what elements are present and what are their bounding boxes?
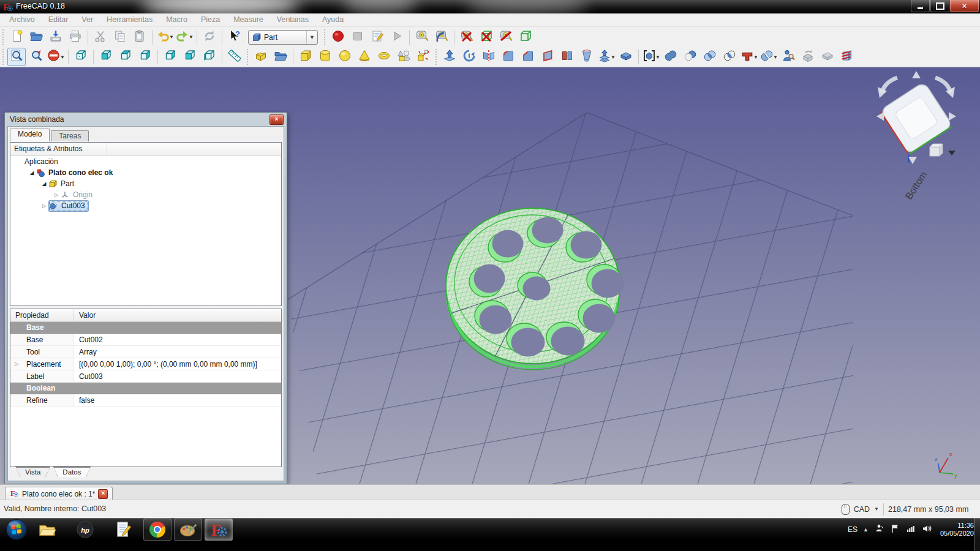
document-tab[interactable]: F Plato cono elec ok : 1* × [5, 487, 113, 501]
macro-edit-button[interactable] [368, 28, 386, 47]
toolbar-grip[interactable] [2, 29, 5, 45]
union-button[interactable] [662, 48, 680, 66]
clock[interactable]: 11:36 05/05/2020 [940, 522, 974, 538]
fillet-button[interactable] [499, 48, 518, 66]
tab-modelo[interactable]: Modelo [10, 129, 50, 141]
tree-item-aplicaci-n[interactable]: Aplicación [10, 156, 281, 167]
property-expander-icon[interactable]: ▷ [15, 361, 18, 367]
undo-button[interactable]: ▼ [156, 28, 174, 47]
draw-style-button[interactable]: ▼ [47, 48, 65, 66]
view-left-button[interactable] [200, 48, 219, 66]
macro-execute-button[interactable] [388, 28, 406, 47]
cut-button[interactable] [91, 28, 110, 47]
sweep-button[interactable]: ▼ [597, 48, 616, 66]
menu-editar[interactable]: Editar [42, 13, 75, 26]
property-row-base[interactable]: BaseCut002 [10, 334, 281, 346]
start-button[interactable] [5, 518, 28, 541]
fit-selection-button[interactable] [27, 48, 45, 66]
property-row-label[interactable]: LabelCut003 [10, 370, 281, 383]
join-features-button[interactable]: ▼ [740, 48, 758, 66]
combined-view-panel[interactable]: Vista combinada × Modelo Tareas Etiqueta… [5, 113, 287, 484]
document-tab-close-button[interactable]: × [98, 489, 108, 499]
toolbar-grip[interactable] [2, 49, 5, 65]
freecad-taskbar-button[interactable]: F [205, 519, 233, 541]
nav-style-dropdown-icon[interactable]: ▼ [874, 506, 879, 512]
macro-record-button[interactable] [329, 28, 347, 47]
workbench-selector[interactable]: Part▼ [248, 30, 318, 45]
paste-button[interactable] [130, 28, 149, 47]
create-primitives-button[interactable] [394, 48, 413, 66]
menu-herramientas[interactable]: Herramientas [100, 13, 159, 26]
model-tree[interactable]: Etiquetas & Atributos Aplicación◢Plato c… [10, 142, 282, 306]
new-document-button[interactable] [7, 28, 26, 47]
show-desktop-button[interactable] [974, 518, 980, 551]
toolbar-grip[interactable] [246, 49, 249, 65]
measure-toggle-3d-button[interactable] [497, 28, 515, 47]
primitive-cone-button[interactable] [355, 48, 374, 66]
property-row-refine[interactable]: Refinefalse [10, 394, 281, 407]
tree-expander-icon[interactable]: ◢ [28, 170, 36, 176]
action-center-flag-icon[interactable] [890, 523, 900, 536]
primitive-cylinder-button[interactable] [316, 48, 334, 66]
toolbar-grip[interactable] [435, 49, 438, 65]
measure-linear-button[interactable] [413, 28, 431, 47]
panel-close-button[interactable]: × [270, 114, 284, 125]
redo-button[interactable]: ▼ [175, 28, 194, 47]
macro-stop-button[interactable] [349, 28, 367, 47]
measure-clear-all-button[interactable] [458, 28, 476, 47]
view-right-button[interactable] [136, 48, 154, 66]
network-status-icon[interactable] [874, 523, 884, 536]
tab-tareas[interactable]: Tareas [51, 130, 89, 141]
mirror-button[interactable] [480, 48, 498, 66]
primitive-sphere-button[interactable] [336, 48, 354, 66]
tree-expander-icon[interactable]: ▷ [40, 203, 48, 209]
tree-item-origin[interactable]: ▷Origin [10, 189, 281, 200]
menu-archivo[interactable]: Archivo [2, 13, 42, 26]
measure-toggle-dimensions-button[interactable] [516, 28, 535, 47]
menu-ver[interactable]: Ver [75, 13, 100, 26]
volume-icon[interactable] [922, 523, 932, 536]
fit-all-button[interactable] [7, 48, 26, 66]
property-editor[interactable]: Propiedad Valor BaseBaseCut002ToolArray▷… [10, 309, 282, 467]
view-front-button[interactable] [97, 48, 115, 66]
tree-expander-icon[interactable]: ▷ [52, 192, 61, 198]
cut-boolean-button[interactable] [681, 48, 699, 66]
primitive-box-button[interactable] [296, 48, 315, 66]
menu-pieza[interactable]: Pieza [194, 13, 227, 26]
chamfer-button[interactable] [519, 48, 537, 66]
print-button[interactable] [66, 28, 85, 47]
section-button[interactable] [720, 48, 739, 66]
defeaturing-button[interactable] [799, 48, 817, 66]
tree-item-cut003[interactable]: ▷Cut003 [10, 200, 281, 211]
measure-toggle-all-button[interactable] [477, 28, 496, 47]
hp-app-taskbar-button[interactable]: hp [75, 519, 96, 540]
hidden-icons-chevron-icon[interactable]: ▲ [863, 527, 869, 533]
split-features-button[interactable]: ▼ [760, 48, 778, 66]
open-document-button[interactable] [27, 28, 45, 47]
menu-ayuda[interactable]: Ayuda [315, 13, 350, 26]
part-solid-button[interactable] [252, 48, 270, 66]
menu-macro[interactable]: Macro [159, 13, 194, 26]
tab-vista[interactable]: Vista [15, 466, 50, 477]
thickness-button[interactable] [818, 48, 837, 66]
view-top-button[interactable] [116, 48, 135, 66]
minimize-button[interactable] [911, 0, 930, 12]
save-document-button[interactable] [47, 28, 65, 47]
maximize-button[interactable] [930, 0, 949, 12]
copy-button[interactable] [111, 28, 129, 47]
measure-angular-button[interactable] [432, 28, 451, 47]
revolve-button[interactable] [460, 48, 478, 66]
view-bottom-button[interactable] [181, 48, 199, 66]
primitive-torus-button[interactable] [375, 48, 393, 66]
ruled-surface-button[interactable] [558, 48, 576, 66]
tree-expander-icon[interactable]: ◢ [40, 181, 48, 187]
boolean-button[interactable]: ▼ [642, 48, 660, 66]
intersection-button[interactable] [701, 48, 719, 66]
menu-ventanas[interactable]: Ventanas [270, 13, 315, 26]
nav-style-selector[interactable]: CAD [854, 505, 870, 514]
offset-button[interactable] [617, 48, 635, 66]
tree-item-plato-cono-elec-ok[interactable]: ◢Plato cono elec ok [10, 167, 281, 178]
language-indicator[interactable]: ES [848, 525, 858, 534]
shape-builder-button[interactable] [414, 48, 432, 66]
tree-item-part[interactable]: ◢Part [10, 178, 281, 189]
